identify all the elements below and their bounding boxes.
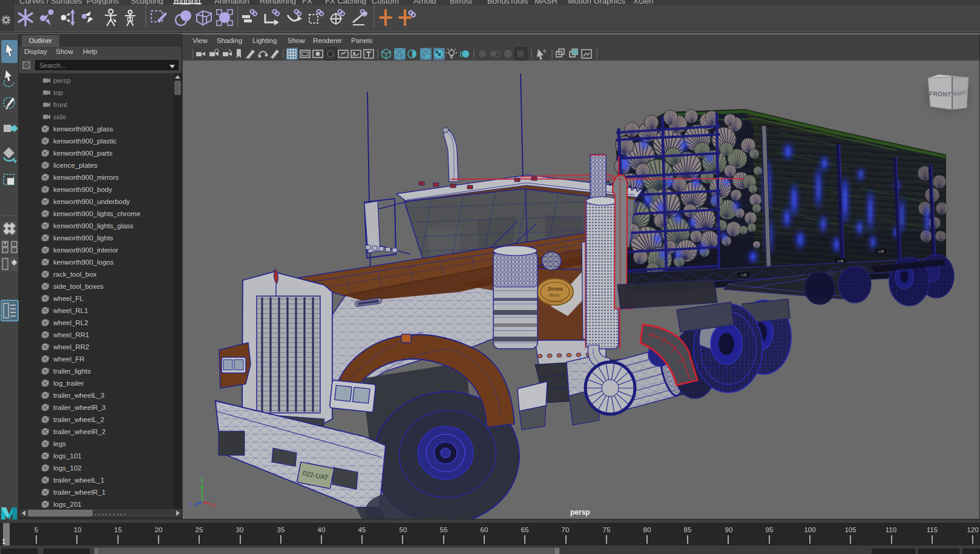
svg-text:85: 85 (684, 526, 692, 533)
svg-text:z: z (189, 501, 192, 507)
svg-text:35: 35 (277, 526, 285, 533)
svg-text:90: 90 (725, 526, 733, 533)
svg-text:Jones: Jones (547, 286, 563, 292)
svg-text:Bros.: Bros. (550, 292, 561, 298)
svg-text:100: 100 (804, 526, 815, 533)
svg-text:LUB: LUB (741, 273, 747, 277)
svg-text:60: 60 (481, 526, 488, 533)
svg-text:55: 55 (440, 526, 448, 533)
svg-text:75: 75 (603, 526, 611, 533)
svg-text:y: y (200, 477, 203, 483)
svg-text:80: 80 (643, 526, 651, 533)
svg-text:5: 5 (35, 526, 38, 533)
svg-text:25: 25 (196, 526, 203, 533)
svg-text:30: 30 (236, 526, 244, 533)
svg-text:70: 70 (562, 526, 570, 533)
svg-text:x: x (213, 502, 216, 509)
svg-text:LUB: LUB (838, 259, 844, 263)
svg-text:65: 65 (521, 526, 529, 533)
svg-text:40: 40 (318, 526, 326, 533)
svg-text:120: 120 (967, 526, 978, 533)
svg-text:FRONT: FRONT (929, 90, 952, 97)
svg-text:1: 1 (2, 538, 5, 545)
svg-text:105: 105 (844, 526, 856, 533)
svg-text:110: 110 (886, 526, 896, 533)
svg-text:45: 45 (358, 526, 366, 533)
svg-text:15: 15 (114, 526, 122, 533)
svg-text:50: 50 (400, 526, 407, 533)
svg-text:20: 20 (155, 526, 163, 533)
svg-text:95: 95 (766, 526, 774, 533)
svg-text:LUB: LUB (878, 249, 884, 253)
svg-text:LOGGING: LOGGING (547, 300, 564, 303)
svg-text:10: 10 (74, 526, 82, 533)
svg-text:115: 115 (927, 526, 938, 533)
